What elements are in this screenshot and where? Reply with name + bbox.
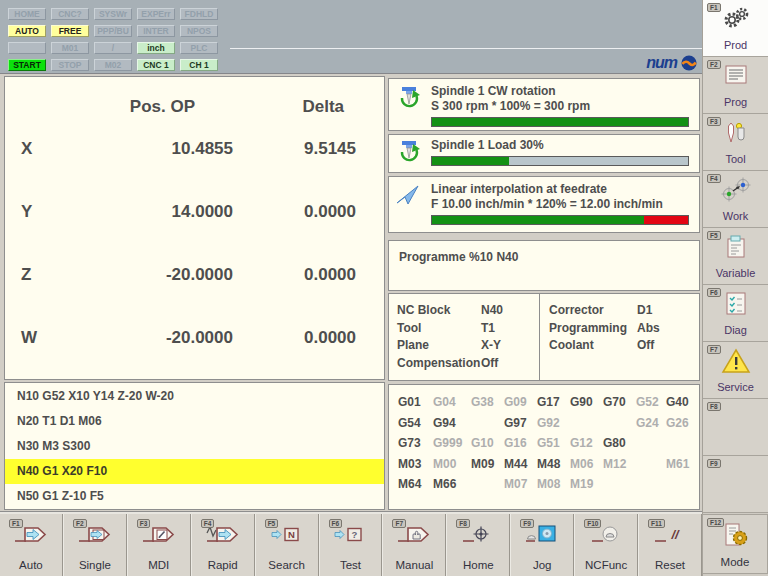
sidebar-item-empty-2[interactable]: F9	[703, 456, 768, 513]
gcode-cell: G52	[636, 395, 666, 409]
gcode-cell: M48	[537, 457, 570, 471]
toolbar-button-label: Single	[79, 559, 111, 571]
status-indicator[interactable]: START	[8, 59, 46, 71]
spindle-load-icon	[396, 140, 422, 166]
toolbar-button-jog[interactable]: F9 Jog	[510, 514, 574, 576]
program-line: N20 T1 D1 M06	[5, 409, 384, 434]
fkey-badge: F2	[707, 60, 721, 69]
program-line: N50 G1 Z-10 F5	[5, 484, 384, 509]
status-indicator[interactable]: inch	[137, 42, 175, 54]
fkey-badge: F3	[137, 519, 151, 528]
toolbar-button-rapid[interactable]: F4 Rapid	[191, 514, 255, 576]
toolbar-button-label: Home	[463, 559, 494, 571]
sidebar-item-empty-1[interactable]: F8	[703, 399, 768, 456]
position-header-row: Pos. OP Delta	[5, 77, 384, 117]
gcode-grid: G01 G04 G38 G09 G17 G90 G70 G52 G40 G54 …	[398, 392, 699, 495]
fkey-badge: F7	[392, 519, 406, 528]
sidebar-item-tool[interactable]: F3 Tool	[703, 114, 768, 171]
toolbar-button-test[interactable]: F6 ? Test	[319, 514, 383, 576]
status-indicator[interactable]: FREE	[51, 25, 89, 37]
gcode-cell: M64	[398, 477, 433, 491]
axis-position-value: 14.0000	[60, 202, 235, 222]
nc-info-value: Abs	[637, 320, 660, 338]
gcode-cell: G40	[666, 395, 699, 409]
gcode-cell: G97	[504, 416, 537, 430]
fkey-badge: F8	[456, 519, 470, 528]
gcode-cell: G12	[570, 436, 603, 450]
sidebar-item-label: Prod	[724, 39, 747, 51]
gcode-cell: G80	[603, 436, 636, 450]
function-sidebar: F1 Prod F2 Prog F3	[702, 0, 768, 576]
program-line: N10 G52 X10 Y14 Z-20 W-20	[5, 384, 384, 409]
sidebar-item-service[interactable]: F7 Service	[703, 342, 768, 399]
status-indicator[interactable]: /	[94, 42, 132, 54]
sidebar-item-variable[interactable]: F5 Variable	[703, 228, 768, 285]
nc-info-label: Compensation	[397, 355, 481, 373]
feedrate-detail: F 10.00 inch/min * 120% = 12.00 inch/min	[431, 197, 689, 212]
gcode-status-panel: G01 G04 G38 G09 G17 G90 G70 G52 G40 G54 …	[388, 384, 700, 510]
gcode-cell: G92	[537, 416, 570, 430]
spindle-rotation-bar	[431, 117, 689, 127]
status-indicator[interactable]: AUTO	[8, 25, 46, 37]
status-indicator[interactable]: HOME	[8, 8, 46, 20]
nc-info-row: Tool T1	[397, 320, 539, 338]
gcode-cell: M00	[433, 457, 471, 471]
num-logo-text: num	[646, 54, 677, 72]
status-indicator[interactable]: NPOS	[180, 25, 218, 37]
sidebar-item-prod[interactable]: F1 Prod	[703, 0, 768, 57]
status-indicator[interactable]: EXPErr	[137, 8, 175, 20]
toolbar-button-home[interactable]: F8 Home	[446, 514, 510, 576]
gcode-cell: M09	[471, 457, 504, 471]
toolbar-button-mdi[interactable]: F3 MDI	[127, 514, 191, 576]
status-indicator[interactable]: FDHLD	[180, 8, 218, 20]
toolbar-button-single[interactable]: F2 Single	[63, 514, 127, 576]
axis-position-value: 10.4855	[60, 139, 235, 159]
axis-row: W -20.0000 0.0000	[5, 306, 384, 369]
header-divider	[230, 48, 702, 49]
sidebar-item-prog[interactable]: F2 Prog	[703, 57, 768, 114]
gears-icon	[721, 6, 751, 32]
status-indicator[interactable]: M02	[94, 59, 132, 71]
toolbar-button-manual[interactable]: F7 Manual	[382, 514, 446, 576]
nc-info-label: Coolant	[549, 337, 637, 355]
sidebar-item-diag[interactable]: F6 Diag	[703, 285, 768, 342]
status-indicator[interactable]: PPP/BU	[94, 25, 132, 37]
status-indicator[interactable]: M01	[51, 42, 89, 54]
status-indicator[interactable]: CH 1	[180, 59, 218, 71]
toolbar-button-reset[interactable]: F11 // Reset	[638, 514, 702, 576]
status-indicator[interactable]: CNC?	[51, 8, 89, 20]
toolbar-button-auto[interactable]: F1 Auto	[0, 514, 63, 576]
sidebar-item-label: Variable	[716, 267, 756, 279]
toolbar-button-ncfunc[interactable]: F10 NCFunc	[574, 514, 638, 576]
nc-info-value: N40	[481, 302, 503, 320]
gcode-cell: M03	[398, 457, 433, 471]
nc-block-left-column: NC Block N40 Tool T1 Plane X-Y Compensat…	[389, 294, 540, 380]
status-indicator[interactable]	[8, 42, 46, 54]
axis-delta-value: 0.0000	[235, 328, 384, 348]
status-indicator[interactable]: CNC 1	[137, 59, 175, 71]
nc-info-label: Programming	[549, 320, 637, 338]
feedrate-title: Linear interpolation at feedrate	[431, 182, 689, 197]
gcode-cell: G26	[666, 416, 699, 430]
status-indicator[interactable]: PLC	[180, 42, 218, 54]
status-indicator[interactable]: INTER	[137, 25, 175, 37]
mode-button[interactable]: F12 Mode	[702, 514, 768, 574]
gcode-cell: G94	[433, 416, 471, 430]
axis-row: Y 14.0000 0.0000	[5, 180, 384, 243]
status-indicator[interactable]: STOP	[51, 59, 89, 71]
sidebar-item-work[interactable]: F4 Work	[703, 171, 768, 228]
axis-label: Y	[5, 202, 60, 222]
tools-icon	[722, 120, 750, 146]
toolbar-button-search[interactable]: F5 N Search	[255, 514, 319, 576]
toolbar-button-label: Search	[268, 559, 304, 571]
diagnostic-checklist-icon	[723, 291, 749, 317]
num-logo: num	[646, 54, 697, 72]
status-header: HOME CNC? SYSWr EXPErr FDHLD AUTO FREE P…	[0, 0, 702, 74]
status-indicator[interactable]: SYSWr	[94, 8, 132, 20]
warning-triangle-icon	[721, 348, 751, 374]
nc-block-panel: NC Block N40 Tool T1 Plane X-Y Compensat…	[388, 293, 700, 381]
gcode-cell: M61	[666, 457, 699, 471]
toolbar-button-label: MDI	[148, 559, 169, 571]
program-line: N30 M3 S300	[5, 434, 384, 459]
fkey-badge: F6	[707, 288, 721, 297]
